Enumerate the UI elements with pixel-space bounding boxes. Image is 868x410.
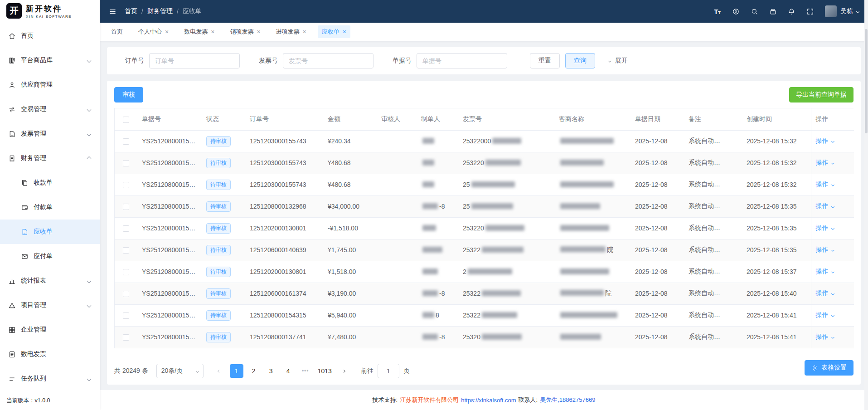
close-icon[interactable]: × [343, 29, 346, 35]
row-checkbox[interactable] [123, 182, 129, 188]
page-scrollbar[interactable] [864, 0, 868, 410]
bell-icon[interactable] [788, 8, 795, 15]
row-checkbox[interactable] [123, 225, 129, 232]
payable-icon [21, 253, 29, 260]
table-settings-button[interactable]: 表格设置 [805, 360, 853, 376]
cell-customer [554, 261, 630, 283]
audit-button[interactable]: 审核 [114, 87, 143, 102]
sidebar-item-enterprise[interactable]: 企业管理 [0, 317, 100, 342]
filter-input-0[interactable] [149, 53, 240, 68]
redacted-text [422, 290, 438, 296]
row-checkbox[interactable] [123, 334, 129, 341]
search-button[interactable]: 查询 [565, 53, 595, 68]
contact-value[interactable]: 吴先生,18862757669 [540, 396, 595, 404]
row-action-dropdown[interactable]: 操作 [816, 333, 834, 341]
cell-invoice-no: 2 [458, 261, 554, 283]
avatar [825, 5, 837, 17]
tab-4[interactable]: 进项发票× [272, 25, 310, 38]
row-checkbox[interactable] [123, 160, 129, 166]
sidebar-item-receipt[interactable]: 收款单 [0, 171, 100, 195]
theme-icon[interactable] [732, 8, 740, 15]
close-icon[interactable]: × [257, 29, 260, 35]
redacted-text [485, 225, 524, 231]
receivable-icon [21, 228, 29, 236]
cell-status: 待审核 [202, 261, 245, 283]
sidebar-item-home[interactable]: 首页 [0, 24, 100, 48]
sidebar-item-invoice[interactable]: 发票管理 [0, 122, 100, 146]
row-checkbox-cell [115, 304, 137, 326]
page-button-1[interactable]: 1 [230, 364, 243, 378]
sidebar-item-project[interactable]: 项目管理 [0, 293, 100, 317]
filter-input-1[interactable] [283, 53, 373, 68]
more-pages-icon[interactable]: ••• [299, 364, 312, 378]
sidebar-item-supplier[interactable]: 供应商管理 [0, 73, 100, 97]
fullscreen-icon[interactable] [806, 8, 814, 15]
row-action-dropdown[interactable]: 操作 [816, 202, 834, 210]
page-button-1013[interactable]: 1013 [316, 364, 334, 378]
export-button[interactable]: 导出当前查询单据 [789, 87, 853, 102]
cell-creator: -8 [417, 326, 458, 348]
website-link[interactable]: https://xinkaisoft.com [461, 397, 516, 404]
row-checkbox-cell [115, 239, 137, 261]
tab-3[interactable]: 销项发票× [226, 25, 264, 38]
cell-remark: 系统自动… [684, 326, 742, 348]
row-checkbox[interactable] [123, 269, 129, 275]
cell-remark: 系统自动… [684, 239, 742, 261]
row-action-dropdown[interactable]: 操作 [816, 246, 834, 254]
page-button-4[interactable]: 4 [281, 364, 295, 378]
cell-doc-no: YS25120800015… [137, 326, 202, 348]
sidebar-item-receivable[interactable]: 应收单 [0, 220, 100, 244]
app-logo[interactable]: 开 新开软件 XIN KAI SOFTWARE [0, 0, 100, 22]
sidebar-item-payment[interactable]: 付款单 [0, 195, 100, 220]
tab-2[interactable]: 数电发票× [180, 25, 218, 38]
tab-1[interactable]: 个人中心× [134, 25, 173, 38]
company-name: 江苏新开软件有限公司 [400, 396, 459, 404]
close-icon[interactable]: × [303, 29, 306, 35]
row-action-dropdown[interactable]: 操作 [816, 137, 834, 145]
scrollbar-thumb[interactable] [865, 29, 868, 133]
sidebar-item-queue[interactable]: 任务队列 [0, 366, 100, 391]
goto-page-input[interactable] [378, 364, 399, 378]
sidebar-item-payable[interactable]: 应付单 [0, 244, 100, 268]
tab-5[interactable]: 应收单× [318, 25, 350, 38]
row-checkbox[interactable] [123, 291, 129, 297]
redacted-text [560, 160, 604, 166]
breadcrumb-item-1[interactable]: 财务管理 [147, 7, 173, 15]
page-button-3[interactable]: 3 [264, 364, 278, 378]
status-badge: 待审核 [206, 332, 231, 342]
row-action-dropdown[interactable]: 操作 [816, 159, 834, 167]
user-menu[interactable]: 吴栋 [825, 5, 859, 17]
row-action-dropdown[interactable]: 操作 [816, 289, 834, 298]
select-all-checkbox[interactable] [123, 117, 129, 123]
row-checkbox[interactable] [123, 204, 129, 210]
sidebar-item-library[interactable]: 平台商品库 [0, 48, 100, 73]
next-page-button[interactable] [337, 364, 351, 378]
reset-button[interactable]: 重置 [530, 53, 560, 68]
row-checkbox[interactable] [123, 138, 129, 145]
sidebar-item-einvoice[interactable]: 数电发票 [0, 342, 100, 366]
prev-page-button[interactable] [213, 364, 226, 378]
page-button-2[interactable]: 2 [247, 364, 261, 378]
row-action-dropdown[interactable]: 操作 [816, 181, 834, 189]
redacted-text [422, 203, 438, 209]
row-action-dropdown[interactable]: 操作 [816, 268, 834, 276]
row-checkbox[interactable] [123, 247, 129, 254]
row-action-dropdown[interactable]: 操作 [816, 224, 834, 232]
cell-customer: 院 [554, 239, 630, 261]
sidebar-item-finance[interactable]: 财务管理 [0, 146, 100, 171]
expand-toggle[interactable]: 展开 [609, 57, 628, 65]
close-icon[interactable]: × [211, 29, 214, 35]
sidebar-item-trade[interactable]: 交易管理 [0, 97, 100, 122]
breadcrumb-item-0[interactable]: 首页 [125, 7, 137, 15]
hamburger-menu-icon[interactable] [109, 8, 116, 15]
row-checkbox[interactable] [123, 312, 129, 319]
row-action-dropdown[interactable]: 操作 [816, 311, 834, 319]
sidebar-item-stats[interactable]: 统计报表 [0, 268, 100, 293]
font-size-icon[interactable]: TT [713, 8, 721, 15]
search-icon[interactable] [751, 8, 758, 15]
gift-icon[interactable] [769, 8, 777, 15]
tab-0[interactable]: 首页 [107, 25, 127, 38]
filter-input-2[interactable] [417, 53, 507, 68]
page-size-select[interactable]: 20条/页 [156, 364, 204, 378]
close-icon[interactable]: × [165, 29, 169, 35]
